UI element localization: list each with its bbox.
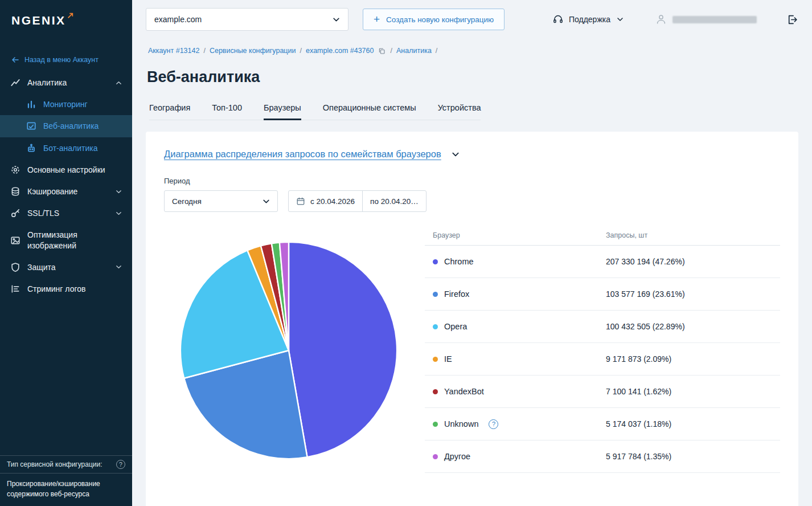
user-name-redacted [672,16,757,23]
support-menu[interactable]: Поддержка [552,14,624,25]
breadcrumb-link-account[interactable]: Аккаунт #13142 [148,47,199,55]
column-header-requests: Запросы, шт [606,231,647,239]
table-row: Unknown ? 5 174 037 (1.18%) [425,408,780,440]
back-arrow-icon [11,56,19,64]
chevron-down-icon [116,264,122,270]
sidebar-item-web-analytics[interactable]: Веб-аналитика [0,115,132,137]
back-to-account-link[interactable]: Назад в меню Аккаунт [11,56,121,64]
sidebar-item-monitoring[interactable]: Мониторинг [0,93,132,115]
date-from-input[interactable]: с 20.04.2026 [289,191,362,211]
tab-bar: География Топ-100 Браузеры Операционные … [149,103,481,120]
sidebar-footer: Тип сервисной конфигурации: ? Проксирова… [0,455,132,506]
caching-icon [10,186,20,197]
sidebar-item-label: Бот-аналитика [43,143,97,153]
table-header: Браузер Запросы, шт [425,231,780,246]
log-stream-icon [10,284,20,294]
period-label: Период [164,177,780,185]
sidebar-item-protection[interactable]: Защита [0,256,132,278]
sidebar-item-image-optimization[interactable]: Оптимизация изображений [0,224,132,256]
legend-dot [433,259,438,264]
support-label: Поддержка [569,15,610,24]
help-icon[interactable]: ? [489,419,498,429]
period-controls: Сегодня с 20.04.2026 по 20.04.20… [164,190,780,212]
table-row: Firefox 103 577 169 (23.61%) [425,278,780,311]
requests-value: 103 577 169 (23.61%) [606,289,685,299]
sidebar-item-label: Аналитика [27,77,67,88]
sidebar-item-bot-analytics[interactable]: Бот-аналитика [0,137,132,159]
logo[interactable]: NGENIX [0,0,132,27]
tab-browsers[interactable]: Браузеры [264,103,301,120]
logo-text: NGENIX [11,14,66,27]
copy-icon[interactable] [378,47,386,55]
calendar-icon [296,197,305,206]
config-type-label: Тип сервисной конфигурации: [7,460,102,468]
user-menu[interactable] [655,14,757,25]
browser-name: YandexBot [444,387,484,396]
tab-top100[interactable]: Топ-100 [212,103,242,120]
section-title-link[interactable]: Диаграмма распределения запросов по семе… [164,149,441,160]
domain-select[interactable]: example.com [146,8,348,31]
sidebar-item-log-streaming[interactable]: Стриминг логов [0,278,132,300]
table-row: Opera 100 432 505 (22.89%) [425,311,780,343]
breadcrumb-link-service-configs[interactable]: Сервисные конфигурации [210,47,296,55]
sidebar-item-label: Основные настройки [27,165,105,175]
table-row: YandexBot 7 100 141 (1.62%) [425,376,780,408]
pie-slice-chrome[interactable] [289,242,397,457]
chevron-down-icon [263,198,270,205]
bot-analytics-icon [26,143,36,153]
tab-operating-systems[interactable]: Операционные системы [323,103,416,120]
help-icon[interactable]: ? [116,460,125,469]
create-configuration-button[interactable]: + Создать новую конфигурацию [363,9,505,30]
sidebar-item-label: SSL/TLS [27,208,59,218]
chevron-down-icon[interactable] [452,150,460,158]
period-select[interactable]: Сегодня [164,190,278,212]
sidebar-item-label: Защита [27,262,56,272]
table-row: IE 9 171 873 (2.09%) [425,343,780,376]
legend-dot [433,454,438,459]
shield-icon [10,262,20,272]
column-header-browser: Браузер [425,231,606,239]
breadcrumb-separator: / [390,47,392,55]
domain-select-value: example.com [154,15,202,24]
monitoring-icon [26,99,36,109]
back-link-label: Назад в меню Аккаунт [24,56,99,64]
sidebar-item-caching[interactable]: Кэширование [0,181,132,202]
sidebar-item-ssl[interactable]: SSL/TLS [0,202,132,224]
breadcrumb-separator: / [203,47,205,55]
period-select-value: Сегодня [172,197,202,206]
legend-dot [433,357,438,362]
chevron-up-icon [116,80,122,86]
requests-value: 5 174 037 (1.18%) [606,419,671,429]
sidebar-item-settings[interactable]: Основные настройки [0,159,132,181]
chart-area: Браузер Запросы, шт Chrome 207 330 194 (… [164,231,780,473]
sidebar-item-analytics[interactable]: Аналитика [0,72,132,93]
pie-chart[interactable] [178,239,400,462]
chevron-down-icon [617,16,624,23]
logo-arrow-icon [67,13,73,19]
chevron-down-icon [116,189,122,195]
date-to-input[interactable]: по 20.04.20… [362,191,426,211]
requests-value: 9 171 873 (2.09%) [606,354,671,364]
legend-dot [433,324,438,329]
requests-value: 7 100 141 (1.62%) [606,387,671,396]
main-content: example.com + Создать новую конфигурацию… [132,0,812,506]
key-icon [10,208,20,218]
breadcrumb-link-analytics[interactable]: Аналитика [396,47,432,55]
browser-name: IE [444,354,452,364]
logout-icon[interactable] [786,14,798,26]
config-type-value: Проксирование/кэширование содержимого ве… [0,474,132,506]
browser-name: Chrome [444,257,474,266]
browser-table: Браузер Запросы, шт Chrome 207 330 194 (… [425,231,780,473]
topbar: example.com + Создать новую конфигурацию… [146,0,798,39]
breadcrumb-separator: / [300,47,301,55]
analytics-icon [10,77,20,88]
legend-dot [433,389,438,394]
gear-icon [10,165,20,175]
tab-geography[interactable]: География [149,103,190,120]
sidebar-nav: Аналитика Мониторинг Веб-аналитика Бот-а… [0,72,132,455]
sidebar-item-label: Стриминг логов [27,284,85,294]
image-icon [10,235,20,246]
tab-devices[interactable]: Устройства [438,103,481,120]
breadcrumb-link-config[interactable]: example.com #43760 [306,47,374,55]
chevron-down-icon [333,16,340,23]
